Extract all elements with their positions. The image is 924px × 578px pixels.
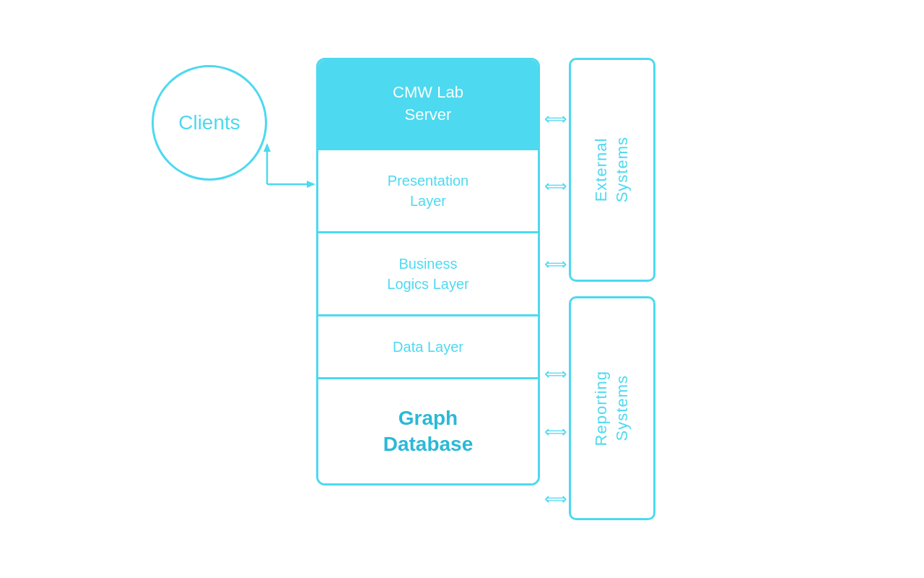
svg-text:⟺: ⟺ — [544, 490, 567, 508]
svg-text:⟺: ⟺ — [544, 365, 567, 383]
svg-marker-1 — [263, 143, 271, 152]
layer-data: Data Layer — [318, 316, 538, 379]
layer-cmw: CMW LabServer — [318, 60, 538, 150]
svg-text:⟺: ⟺ — [544, 177, 567, 195]
clients-label: Clients — [178, 111, 240, 134]
right-panels: ExternalSystems ReportingSystems — [569, 58, 655, 520]
cmw-label: CMW LabServer — [393, 83, 463, 124]
business-label: BusinessLogics Layer — [387, 256, 468, 292]
layer-graph: GraphDatabase — [318, 379, 538, 484]
main-block: CMW LabServer PresentationLayer Business… — [316, 58, 540, 486]
external-systems-label: ExternalSystems — [591, 137, 632, 202]
svg-text:⟺: ⟺ — [544, 423, 567, 441]
clients-circle: Clients — [152, 65, 267, 181]
client-arrows — [256, 137, 321, 195]
reporting-systems-label: ReportingSystems — [591, 371, 632, 446]
data-label: Data Layer — [393, 339, 463, 355]
layer-business: BusinessLogics Layer — [318, 233, 538, 316]
layer-presentation: PresentationLayer — [318, 150, 538, 233]
presentation-label: PresentationLayer — [388, 173, 468, 209]
reporting-systems-box: ReportingSystems — [569, 296, 655, 520]
external-systems-box: ExternalSystems — [569, 58, 655, 282]
svg-text:⟺: ⟺ — [544, 110, 567, 128]
architecture-diagram: Clients CMW LabServer PresentationLayer … — [137, 29, 787, 549]
svg-marker-3 — [307, 181, 315, 188]
graph-label: GraphDatabase — [383, 407, 474, 455]
svg-text:⟺: ⟺ — [544, 255, 567, 273]
